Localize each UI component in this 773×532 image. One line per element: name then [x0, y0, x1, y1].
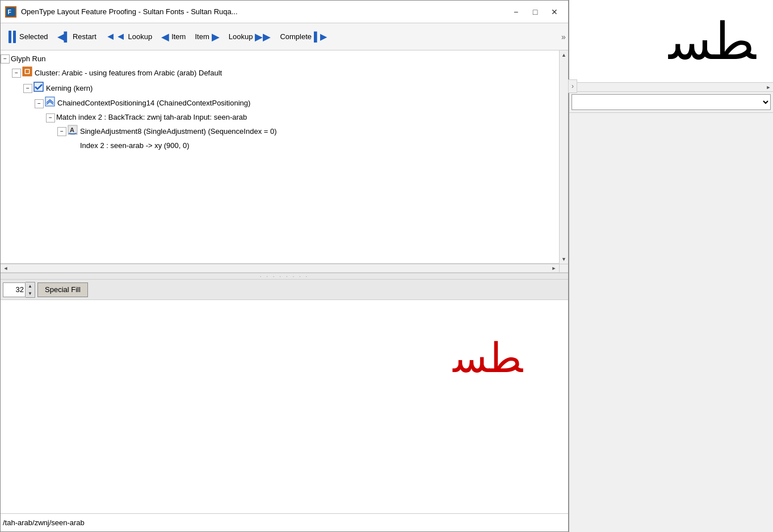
complete-button[interactable]: Complete ▌▶ [276, 26, 331, 48]
font-size-spinbox: ▲ ▼ [3, 282, 35, 298]
expand-kerning[interactable]: − [23, 84, 32, 93]
forward-lookup-button[interactable]: Lookup ▶▶ [225, 26, 275, 48]
forward-lookup-icon: ▶▶ [255, 31, 271, 43]
restart-button[interactable]: ◀▌ Restart [53, 26, 100, 48]
toolbar-overflow[interactable]: » [559, 23, 568, 50]
scroll-up-arrow[interactable]: ▲ [560, 50, 568, 60]
single-adj-icon: A [68, 125, 78, 139]
right-panel: › ﻄﺴ ► [569, 0, 773, 532]
resizer[interactable]: · · · · · · · · [1, 273, 568, 280]
restart-label: Restart [73, 32, 96, 41]
chained-label: ChainedContextPositioning14 (ChainedCont… [57, 98, 250, 109]
tree-scrollbar-v[interactable]: ▲ ▼ [559, 50, 568, 264]
pause-label: Selected [19, 32, 48, 41]
spinbox-down-button[interactable]: ▼ [26, 290, 35, 297]
svg-text:F: F [7, 9, 11, 15]
tree-node-index2[interactable]: Index 2 : seen-arab -> xy (900, 0) [1, 140, 550, 153]
pause-bar-right [13, 31, 16, 43]
expand-single-adj[interactable]: − [57, 127, 66, 136]
svg-rect-4 [26, 70, 29, 73]
complete-icon: ▌▶ [314, 31, 327, 42]
forward-lookup-label: Lookup [229, 32, 253, 41]
right-panel-body [569, 113, 773, 532]
font-size-input[interactable] [3, 282, 26, 297]
arabic-text-black: ﻄﺴ [669, 11, 756, 71]
scrollbar-corner [559, 264, 568, 272]
back-lookup-label: Lookup [128, 32, 152, 41]
chained-icon [45, 96, 55, 111]
app-icon: F [5, 6, 16, 18]
back-lookup-button[interactable]: ◄◄ Lookup [102, 26, 156, 48]
tree-node-glyph-run[interactable]: − Glyph Run [1, 53, 550, 66]
tree-node-cluster[interactable]: − Cluster: Arabic - using features from … [1, 66, 550, 81]
resizer-dots: · · · · · · · · [260, 273, 309, 280]
scroll-left-arrow[interactable]: ◄ [2, 264, 10, 272]
right-panel-dropdown-area [569, 92, 773, 113]
expand-glyph-run[interactable]: − [1, 54, 10, 64]
window-controls: − □ ✕ [507, 4, 564, 20]
maximize-button[interactable]: □ [526, 4, 544, 20]
arabic-text-red: ﻄﺴ [453, 334, 523, 382]
toolbar: Selected ◀▌ Restart ◄◄ Lookup ◀ Item Ite… [1, 23, 568, 50]
tree-node-kerning[interactable]: − Kerning (kern) [1, 81, 550, 96]
back-item-label: Item [171, 32, 186, 41]
pause-icon [7, 29, 17, 45]
glyph-run-label: Glyph Run [11, 53, 45, 65]
status-text: /tah-arab/zwnj/seen-arab [3, 518, 85, 527]
special-fill-button[interactable]: Special Fill [37, 282, 88, 297]
pause-selected-button[interactable]: Selected [3, 26, 52, 48]
complete-label: Complete [280, 32, 312, 41]
status-bar: /tah-arab/zwnj/seen-arab [1, 513, 568, 531]
scroll-down-arrow[interactable]: ▼ [560, 255, 568, 264]
pause-bar-left [9, 31, 11, 43]
expand-chained[interactable]: − [35, 99, 44, 108]
tree-scrollbar-h-container: ◄ ► [1, 264, 568, 273]
tree-node-chained[interactable]: − ChainedContextPositioning14 (ChainedCo… [1, 96, 550, 111]
index2-label: Index 2 : seen-arab -> xy (900, 0) [80, 140, 190, 152]
right-panel-canvas: ﻄﺴ [569, 0, 773, 83]
restart-icon: ◀▌ [57, 31, 70, 42]
spinbox-up-button[interactable]: ▲ [26, 282, 35, 290]
cluster-label: Cluster: Arabic - using features from Ar… [35, 67, 222, 79]
title-bar: F OpenType Layout Feature Proofing - Sul… [1, 1, 568, 23]
right-panel-expand-button[interactable]: › [568, 79, 577, 93]
window-title: OpenType Layout Feature Proofing - Sulta… [21, 7, 507, 16]
tree-node-single-adj[interactable]: − A SingleAdjustment8 (SingleAdjustment)… [1, 124, 550, 140]
forward-item-icon: ▶ [212, 31, 220, 43]
single-adj-label: SingleAdjustment8 (SingleAdjustment) (Se… [80, 126, 277, 138]
back-item-icon: ◀ [161, 31, 169, 43]
main-window: F OpenType Layout Feature Proofing - Sul… [0, 0, 569, 532]
scroll-right-arrow[interactable]: ► [550, 264, 558, 272]
forward-item-button[interactable]: Item ▶ [191, 26, 223, 48]
tree-container: − Glyph Run − Cluster: Arab [1, 50, 568, 264]
tree-node-match[interactable]: − Match index 2 : BackTrack: zwnj tah-ar… [1, 111, 550, 124]
back-item-button[interactable]: ◀ Item [157, 26, 190, 48]
right-panel-dropdown[interactable] [572, 94, 771, 110]
scroll-h-track: ◄ ► [1, 264, 559, 272]
right-panel-scrollbar-h: ► [569, 83, 773, 92]
close-button[interactable]: ✕ [545, 4, 564, 20]
tree-pane: − Glyph Run − Cluster: Arab [1, 50, 559, 264]
svg-text:A: A [70, 126, 74, 133]
arabic-red-glyph: ﻄﺴ [453, 335, 523, 381]
bottom-toolbar: ▲ ▼ Special Fill [1, 280, 568, 300]
expand-match[interactable]: − [46, 113, 55, 123]
expand-cluster[interactable]: − [12, 69, 21, 78]
spinbox-buttons: ▲ ▼ [26, 282, 35, 298]
minimize-button[interactable]: − [507, 4, 525, 20]
canvas-area: ﻄﺴ [1, 300, 568, 513]
cluster-icon [22, 66, 32, 81]
kerning-icon [33, 82, 44, 96]
forward-item-label: Item [195, 32, 209, 41]
back-lookup-icon: ◄◄ [106, 31, 126, 43]
content-area: − Glyph Run − Cluster: Arab [1, 50, 568, 531]
match-label: Match index 2 : BackTrack: zwnj tah-arab… [56, 112, 247, 124]
right-scroll-right[interactable]: ► [764, 83, 773, 92]
kerning-label: Kerning (kern) [46, 83, 93, 95]
